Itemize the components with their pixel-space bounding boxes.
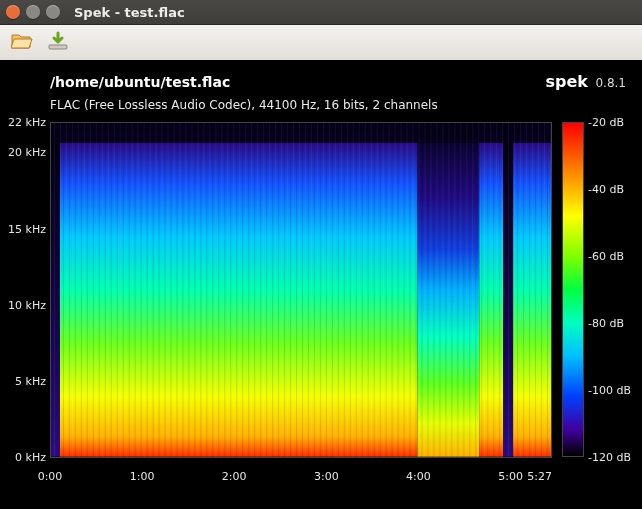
app-brand: spek 0.8.1 — [546, 72, 626, 91]
spectrogram-heatmap — [50, 122, 552, 458]
colorbar-tick: -20 dB — [588, 116, 624, 129]
freq-axis-tick: 10 kHz — [0, 298, 46, 311]
freq-axis-tick: 0 kHz — [0, 451, 46, 464]
window-close-button[interactable] — [6, 5, 20, 19]
freq-axis-tick: 15 kHz — [0, 222, 46, 235]
colorbar-tick: -120 dB — [588, 451, 631, 464]
codec-info: FLAC (Free Lossless Audio Codec), 44100 … — [50, 98, 438, 112]
app-version: 0.8.1 — [595, 76, 626, 90]
open-file-button[interactable] — [8, 30, 36, 56]
time-axis-tick: 5:00 — [498, 470, 523, 483]
save-download-icon — [47, 31, 69, 55]
window-maximize-button[interactable] — [46, 5, 60, 19]
colorbar-gradient — [562, 122, 584, 457]
save-image-button[interactable] — [44, 30, 72, 56]
folder-open-icon — [11, 31, 33, 55]
window-titlebar: Spek - test.flac — [0, 0, 642, 25]
colorbar-tick: -40 dB — [588, 183, 624, 196]
spectrogram-plot — [50, 122, 552, 457]
colorbar-tick: -80 dB — [588, 317, 624, 330]
app-name: spek — [546, 72, 588, 91]
time-axis-tick: 3:00 — [314, 470, 339, 483]
window-title: Spek - test.flac — [74, 5, 185, 20]
spectrogram-panel: /home/ubuntu/test.flac spek 0.8.1 FLAC (… — [0, 60, 642, 509]
svg-rect-0 — [49, 45, 67, 49]
time-axis-tick: 4:00 — [406, 470, 431, 483]
freq-axis-tick: 5 kHz — [0, 374, 46, 387]
freq-axis-tick: 20 kHz — [0, 146, 46, 159]
colorbar-tick: -100 dB — [588, 384, 631, 397]
time-axis-tick: 5:27 — [527, 470, 552, 483]
file-path: /home/ubuntu/test.flac — [50, 74, 230, 90]
time-axis-tick: 2:00 — [222, 470, 247, 483]
colorbar — [562, 122, 584, 457]
freq-axis-tick: 22 kHz — [0, 116, 46, 129]
colorbar-tick: -60 dB — [588, 250, 624, 263]
time-axis-tick: 1:00 — [130, 470, 155, 483]
svg-rect-11 — [51, 123, 551, 457]
time-axis-tick: 0:00 — [38, 470, 63, 483]
window-minimize-button[interactable] — [26, 5, 40, 19]
toolbar — [0, 25, 642, 62]
